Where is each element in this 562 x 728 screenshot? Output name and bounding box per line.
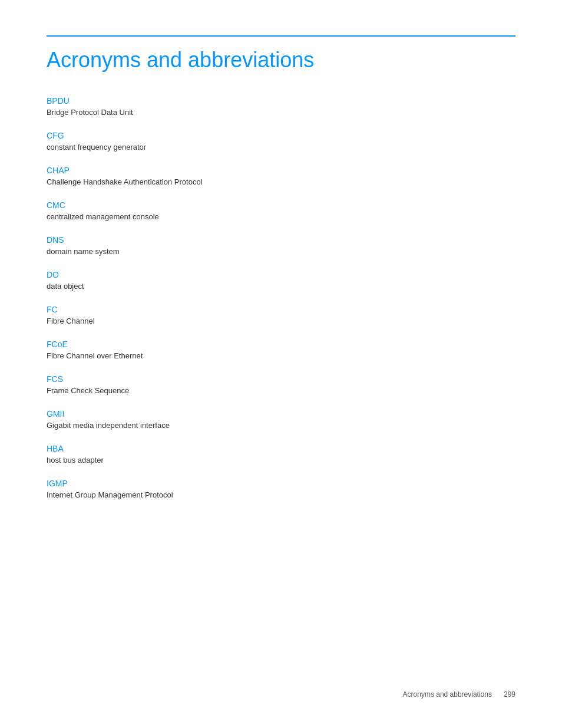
list-item: FCFibre Channel [47,305,515,325]
list-item: BPDUBridge Protocol Data Unit [47,96,515,117]
acronym-term: IGMP [47,479,515,488]
list-item: CFGconstant frequency generator [47,131,515,151]
acronym-term: CFG [47,131,515,140]
list-item: DOdata object [47,270,515,291]
footer-label: Acronyms and abbreviations [403,690,492,699]
acronym-definition: Bridge Protocol Data Unit [47,108,515,117]
acronym-term: DO [47,270,515,279]
acronym-definition: Fibre Channel over Ethernet [47,351,515,360]
list-item: HBAhost bus adapter [47,444,515,465]
acronym-term: CHAP [47,166,515,175]
acronym-definition: constant frequency generator [47,143,515,151]
list-item: DNSdomain name system [47,235,515,256]
list-item: FCoEFibre Channel over Ethernet [47,340,515,360]
list-item: CHAPChallenge Handshake Authentication P… [47,166,515,186]
acronym-term: GMII [47,409,515,419]
page-title: Acronyms and abbreviations [47,47,515,73]
acronym-definition: Gigabit media independent interface [47,421,515,430]
page-container: Acronyms and abbreviations BPDUBridge Pr… [0,0,562,728]
page-footer: Acronyms and abbreviations 299 [403,690,515,699]
footer-page-number: 299 [504,690,515,699]
acronym-definition: Internet Group Management Protocol [47,490,515,499]
list-item: FCSFrame Check Sequence [47,374,515,395]
acronym-definition: Frame Check Sequence [47,386,515,395]
acronym-list: BPDUBridge Protocol Data UnitCFGconstant… [47,96,515,499]
acronym-term: CMC [47,200,515,210]
acronym-term: FCS [47,374,515,384]
acronym-definition: data object [47,282,515,291]
top-border [47,35,515,37]
acronym-definition: host bus adapter [47,456,515,465]
acronym-term: BPDU [47,96,515,106]
acronym-definition: Challenge Handshake Authentication Proto… [47,177,515,186]
list-item: IGMPInternet Group Management Protocol [47,479,515,499]
acronym-term: FC [47,305,515,314]
acronym-term: FCoE [47,340,515,349]
acronym-definition: domain name system [47,247,515,256]
acronym-term: HBA [47,444,515,453]
acronym-definition: Fibre Channel [47,317,515,325]
acronym-term: DNS [47,235,515,245]
list-item: CMCcentralized management console [47,200,515,221]
acronym-definition: centralized management console [47,212,515,221]
list-item: GMIIGigabit media independent interface [47,409,515,430]
